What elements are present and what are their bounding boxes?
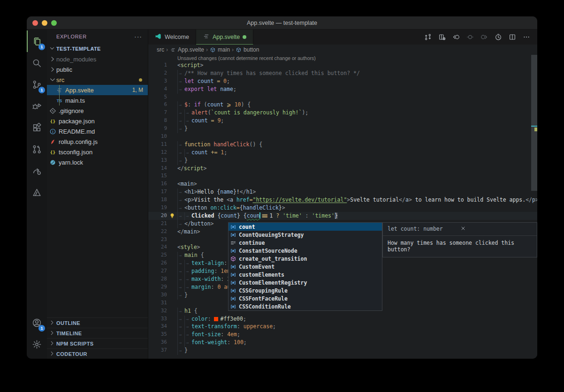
- code-line-36[interactable]: 36→→font-weight: 100;: [148, 339, 537, 347]
- tree-item-yarn-lock[interactable]: yarn.lock: [47, 157, 148, 167]
- suggest-item-cssconditionrule[interactable]: CSSConditionRule: [229, 302, 382, 310]
- lightbulb-icon[interactable]: [167, 212, 177, 220]
- code-line-12[interactable]: 12→→count += 1;: [148, 149, 537, 157]
- breadcrumb-item-button[interactable]: button: [236, 46, 259, 53]
- code-line-2[interactable]: 2→/** How many times has someone clicked…: [148, 69, 537, 77]
- tour-back-icon[interactable]: [450, 31, 462, 43]
- sidebar-section-outline[interactable]: OUTLINE: [47, 317, 148, 328]
- sidebar-title: EXPLORER: [56, 34, 134, 39]
- token: `count is dangerously high!`: [211, 109, 302, 116]
- suggest-item-customevent[interactable]: CustomEvent: [229, 263, 382, 271]
- code-line-18[interactable]: 18→<p>Visit the <a href="https://svelte.…: [148, 196, 537, 204]
- breadcrumb-item-app-svelte[interactable]: App.svelte: [170, 46, 204, 53]
- tree-item-app-svelte[interactable]: App.svelte1, M: [47, 85, 148, 95]
- code-line-9[interactable]: 9→}: [148, 125, 537, 133]
- sidebar-section-codetour[interactable]: CODETOUR: [47, 348, 148, 359]
- code-line-35[interactable]: 35→→font-size: 4em;: [148, 331, 537, 339]
- open-changes-icon[interactable]: [436, 31, 448, 43]
- code-editor[interactable]: Unsaved changes (cannot determine recent…: [148, 55, 537, 359]
- sidebar-more-actions-icon[interactable]: ···: [134, 33, 142, 40]
- tree-item-package-json[interactable]: {}package.json: [47, 116, 148, 126]
- code-content: →→text-transform: uppercase;: [177, 323, 537, 331]
- code-line-3[interactable]: 3→let count = 0;: [148, 77, 537, 85]
- code-line-15[interactable]: 15: [148, 172, 537, 180]
- suggest-item-cssfontfacerule[interactable]: CSSFontFaceRule: [229, 294, 382, 302]
- activity-item-settings[interactable]: [27, 333, 47, 355]
- sidebar-section-timeline[interactable]: TIMELINE: [47, 328, 148, 338]
- modified-dot-icon[interactable]: [243, 35, 246, 39]
- scrollbar-slider[interactable]: [531, 55, 537, 191]
- tree-item-main-ts[interactable]: TSmain.ts: [47, 95, 148, 106]
- split-editor-icon[interactable]: [506, 31, 518, 43]
- breadcrumb-item-src[interactable]: src: [157, 46, 164, 53]
- symbol-variable-icon: [230, 279, 236, 286]
- tree-item-tsconfig-json[interactable]: {}tsconfig.json: [47, 147, 148, 157]
- tree-item-node-modules[interactable]: node_modules: [47, 54, 148, 64]
- suggest-item-countqueuingstrategy[interactable]: CountQueuingStrategy: [229, 231, 382, 239]
- suggest-item-count[interactable]: count: [229, 223, 382, 231]
- suggest-label: count: [239, 224, 255, 230]
- yarn-icon: [49, 158, 56, 166]
- code-line-33[interactable]: 33→→color: #ff3e00;: [148, 315, 537, 323]
- sidebar-section-npm-scripts[interactable]: NPM SCRIPTS: [47, 338, 148, 348]
- token: count: [191, 117, 208, 124]
- code-line-1[interactable]: 1<script>: [148, 61, 537, 69]
- breadcrumb-separator: ›: [166, 46, 168, 53]
- more-actions-icon[interactable]: [520, 31, 533, 43]
- activity-item-source-control[interactable]: 1: [27, 74, 47, 95]
- code-line-8[interactable]: 8→→count = 9;: [148, 117, 537, 125]
- code-line-13[interactable]: 13→}: [148, 157, 537, 165]
- record-tour-icon[interactable]: [492, 31, 504, 43]
- code-line-34[interactable]: 34→→text-transform: uppercase;: [148, 323, 537, 331]
- token: }: [233, 188, 236, 195]
- code-line-10[interactable]: 10: [148, 133, 537, 141]
- activity-item-live-share[interactable]: [27, 160, 47, 181]
- git-compare-icon[interactable]: [422, 31, 434, 43]
- token: ;: [273, 323, 276, 330]
- code-line-5[interactable]: 5: [148, 93, 537, 101]
- suggest-item-continue[interactable]: continue: [229, 239, 382, 247]
- suggest-item-customelements[interactable]: customElements: [229, 271, 382, 279]
- close-icon[interactable]: [460, 226, 533, 232]
- activity-item-run-debug[interactable]: [27, 95, 47, 117]
- activity-item-extensions[interactable]: [27, 117, 47, 138]
- activity-item-search[interactable]: [27, 52, 47, 74]
- gutter-space: [167, 69, 177, 77]
- suggest-item-customelementregistry[interactable]: CustomElementRegistry: [229, 279, 382, 286]
- breadcrumb-label: src: [157, 46, 164, 53]
- tab-app-svelte[interactable]: App.svelte: [196, 30, 253, 45]
- token: ;: [243, 316, 246, 322]
- tab-welcome[interactable]: Welcome: [148, 30, 196, 45]
- tree-item-public[interactable]: public: [47, 64, 148, 75]
- code-line-20[interactable]: 20→→Clicked {count} {coun≡1 ? 'time' : '…: [148, 212, 537, 220]
- activity-item-github-pr[interactable]: [27, 138, 47, 160]
- code-line-4[interactable]: 4→export let name;: [148, 85, 537, 93]
- codelens-annotation[interactable]: Unsaved changes (cannot determine recent…: [148, 55, 537, 61]
- activity-item-azure[interactable]: [27, 181, 47, 203]
- code-line-6[interactable]: 6→$: if (count ⩾ 10) {: [148, 101, 537, 109]
- tree-item--gitignore[interactable]: .gitignore: [47, 106, 148, 116]
- code-line-37[interactable]: 37→}: [148, 347, 537, 354]
- code-line-14[interactable]: 14</script>: [148, 165, 537, 173]
- tree-item-rollup-config-js[interactable]: rollup.config.js: [47, 136, 148, 147]
- token: =: [213, 78, 223, 84]
- token: :: [221, 276, 227, 282]
- token: 'times': [312, 212, 334, 219]
- suggest-item-cssgroupingrule[interactable]: CSSGroupingRule: [229, 286, 382, 294]
- tour-forward-icon[interactable]: [478, 31, 490, 43]
- code-line-19[interactable]: 19→<button on:click={handleClick}>: [148, 204, 537, 212]
- project-root-item[interactable]: TEST-TEMPLATE: [47, 44, 148, 54]
- breadcrumb-item-main[interactable]: main: [210, 46, 230, 53]
- tour-current-icon[interactable]: [464, 31, 476, 43]
- activity-item-explorer[interactable]: 1: [27, 30, 47, 52]
- title-bar[interactable]: App.svelte — test-template: [27, 16, 537, 30]
- suggest-item-constantsourcenode[interactable]: ConstantSourceNode: [229, 247, 382, 255]
- tree-item-src[interactable]: src: [47, 75, 148, 85]
- code-line-7[interactable]: 7→→alert(`count is dangerously high!`);: [148, 109, 537, 117]
- code-line-11[interactable]: 11→function handleClick() {: [148, 141, 537, 149]
- suggest-item-create_out_transition[interactable]: create_out_transition: [229, 255, 382, 263]
- tree-item-readme-md[interactable]: README.md: [47, 126, 148, 136]
- code-line-17[interactable]: 17→<h1>Hello {name}!</h1>: [148, 188, 537, 196]
- activity-item-accounts[interactable]: 1: [27, 312, 47, 333]
- code-line-16[interactable]: 16<main>: [148, 180, 537, 188]
